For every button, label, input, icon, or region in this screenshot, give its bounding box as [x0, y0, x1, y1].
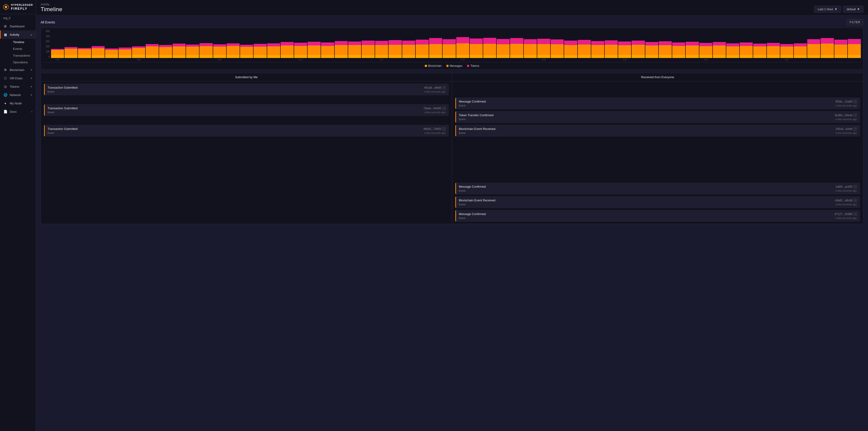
x-label — [119, 58, 131, 61]
timeline-received-col: Received from Everyone Message Confirmed… — [452, 73, 863, 224]
external-link-icon[interactable]: ↗ — [854, 213, 857, 216]
bar-blockchain — [605, 55, 618, 58]
bar-tokens — [294, 43, 307, 46]
filter-button[interactable]: FILTER — [847, 19, 863, 25]
bar-group — [78, 30, 91, 58]
sidebar-item-blockchain[interactable]: ⚙ Blockchain ▼ — [0, 66, 36, 74]
bar-tokens — [146, 44, 159, 47]
bar-tokens — [618, 41, 631, 45]
external-link-icon[interactable]: ↗ — [442, 127, 445, 131]
bar-messages — [470, 44, 483, 55]
bar-tokens — [834, 40, 847, 44]
sidebar-item-timeline[interactable]: Timeline — [10, 39, 36, 45]
bar-tokens — [199, 43, 213, 46]
x-label: 4:29 — [537, 58, 550, 61]
bar-tokens — [659, 41, 672, 45]
external-link-icon[interactable]: ↗ — [854, 199, 857, 202]
x-label — [267, 58, 280, 61]
event-card[interactable]: Blockchain Event Received c8a82...a8cd6 … — [455, 196, 860, 208]
bar-group — [335, 30, 348, 58]
bar-blockchain — [686, 55, 699, 58]
bar-group — [213, 30, 226, 58]
event-card[interactable]: Blockchain Event Received 245c8...e2efb … — [455, 125, 860, 136]
firefly-logo-icon — [3, 3, 9, 11]
bar-tokens — [402, 40, 415, 45]
bar-blockchain — [51, 55, 64, 58]
bar-messages — [92, 48, 104, 55]
sidebar-item-transactions[interactable]: Transactions — [10, 52, 36, 59]
sidebar-item-activity[interactable]: ▦ Activity ▲ — [0, 30, 36, 39]
bar-messages — [321, 46, 334, 55]
external-link-icon[interactable]: ↗ — [442, 86, 445, 89]
bar-group — [253, 30, 267, 58]
sidebar-item-dashboard[interactable]: ⊞ Dashboard — [0, 22, 36, 30]
event-card[interactable]: Transaction Submitted 76aee...64e00 ↗ Ev… — [44, 104, 448, 116]
y-label-0: 0 — [43, 56, 50, 58]
bar-blockchain — [335, 55, 348, 58]
activity-icon: ▦ — [3, 32, 7, 37]
x-label — [524, 58, 537, 61]
external-link-icon[interactable]: ↗ — [854, 185, 857, 188]
bar-group — [510, 30, 523, 58]
bar-messages — [416, 44, 429, 55]
namespace-button[interactable]: default ▼ — [843, 6, 863, 12]
x-label — [173, 58, 186, 61]
event-card[interactable]: Message Confirmed f63dc...12a95 ↗ Event … — [455, 98, 860, 109]
sidebar-item-tokens[interactable]: ◎ Tokens ▼ — [0, 82, 36, 91]
bar-blockchain — [321, 55, 334, 58]
bar-messages — [713, 45, 726, 55]
bar-blockchain — [429, 55, 442, 58]
bar-blockchain — [267, 55, 280, 58]
event-card[interactable]: Token Transfer Confirmed 8cd8d...54e4e ↗… — [455, 111, 860, 123]
bar-group — [794, 30, 807, 58]
event-card-id: 76aee...64e00 ↗ — [423, 107, 445, 110]
event-card-title: Token Transfer Confirmed — [459, 114, 494, 117]
sidebar-item-network[interactable]: 🌐 Network ▼ — [0, 91, 36, 99]
sidebar-item-offchain[interactable]: ⬡ Off-Chain ▼ — [0, 74, 36, 82]
timeline-columns: Submitted by Me Transaction Submitted 4b… — [40, 73, 863, 224]
chart-bars-area — [51, 30, 861, 58]
external-link-icon[interactable]: ↗ — [854, 127, 857, 131]
event-card-type: Event — [459, 131, 465, 134]
event-card[interactable]: Transaction Submitted 4b1a8...afeb8 ↗ Ev… — [44, 84, 448, 95]
chevron-down-icon: ▲ — [30, 33, 32, 36]
bar-tokens — [253, 44, 267, 47]
external-link-icon[interactable]: ↗ — [854, 100, 857, 103]
x-label — [794, 58, 807, 61]
x-label — [362, 58, 375, 61]
bar-messages — [105, 50, 118, 55]
sidebar-item-mynode[interactable]: ● My Node — [0, 99, 36, 107]
nav-section: ⊞ Dashboard ▦ Activity ▲ Timeline Events… — [0, 22, 36, 116]
bar-messages — [213, 47, 226, 55]
event-card-title: Blockchain Event Received — [459, 198, 495, 202]
bar-messages — [740, 46, 753, 55]
bar-blockchain — [618, 55, 631, 58]
event-card-id: 8cd8d...54e4e ↗ — [835, 114, 857, 117]
chart-legend: Blockchain Messages Tokens — [43, 62, 861, 69]
x-label: 3:59 — [132, 58, 145, 61]
bar-group — [146, 30, 159, 58]
bar-blockchain — [105, 55, 118, 58]
external-link-icon[interactable]: ↗ — [442, 107, 445, 110]
x-label — [551, 58, 564, 61]
sidebar-item-events[interactable]: Events — [10, 45, 36, 52]
x-label — [348, 58, 361, 61]
sidebar-item-operations[interactable]: Operations — [10, 59, 36, 66]
bar-tokens — [227, 43, 240, 46]
x-label — [146, 58, 159, 61]
event-card[interactable]: Message Confirmed 2a8f2...acd59 ↗ Event … — [455, 183, 860, 194]
bar-tokens — [456, 37, 469, 43]
bar-messages — [834, 44, 847, 55]
event-card[interactable]: Message Confirmed 67127...2b986 ↗ Event … — [455, 210, 860, 221]
bar-group — [497, 30, 509, 58]
bar-blockchain — [726, 55, 739, 58]
event-card-type: Event — [459, 104, 465, 107]
x-label — [159, 58, 172, 61]
event-card[interactable]: Transaction Submitted 460d2...70855 ↗ Ev… — [44, 125, 448, 136]
legend-blockchain: Blockchain — [425, 64, 442, 67]
external-link-icon[interactable]: ↗ — [854, 114, 857, 117]
timeline-submitted-col: Submitted by Me Transaction Submitted 4b… — [41, 73, 452, 224]
bar-group — [591, 30, 604, 58]
sidebar-item-docs[interactable]: 📄 Docs ↗ — [0, 107, 36, 116]
time-filter-button[interactable]: Last 1 Hour ▼ — [814, 6, 841, 12]
